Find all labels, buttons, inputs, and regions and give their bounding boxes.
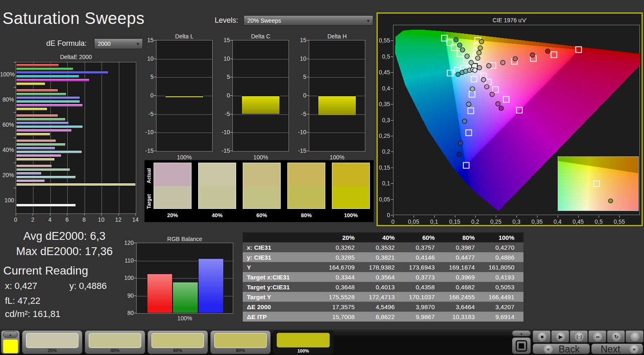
tick — [14, 87, 16, 88]
gridline — [156, 77, 212, 78]
gridline — [309, 133, 365, 133]
deltae-bar-magenta — [16, 154, 62, 157]
target-row-label: Target — [146, 190, 152, 213]
loop-button[interactable]: ∞ — [588, 330, 606, 343]
table-cell: 0,4270 — [484, 242, 523, 252]
actual-half — [199, 163, 236, 186]
stop-button[interactable]: ■ — [533, 330, 551, 343]
play-button[interactable]: ▶ — [551, 330, 569, 343]
cie-y-tick: 0,05 — [378, 196, 390, 203]
swatch-color — [214, 333, 267, 348]
tick — [537, 215, 537, 218]
tick — [101, 214, 102, 215]
cie-measured-green — [460, 47, 465, 52]
cie-measured-yellow — [477, 66, 482, 70]
de-formula-dropdown[interactable]: 2000 ▼ — [94, 38, 143, 49]
tick — [414, 215, 414, 218]
tick — [391, 72, 393, 73]
cie-measured-yellow — [476, 56, 480, 60]
table-cell: 0,4358 — [404, 282, 444, 292]
scroll-up-button[interactable]: ▲ — [3, 331, 18, 338]
reading-cdm2: cd/m²: 161,81 — [5, 309, 61, 320]
delta-y-tick: 0 — [296, 92, 306, 99]
delta-y-tick: 15 — [143, 37, 154, 43]
delta-x-label: 100% — [232, 154, 289, 161]
delta-y-tick: -15 — [143, 147, 154, 154]
page-title: Saturation Sweeps — [2, 9, 144, 28]
cie-measured-magenta — [499, 106, 504, 111]
cie-measured-white — [473, 68, 477, 73]
actual-target-patch — [198, 163, 236, 209]
tick — [619, 215, 620, 218]
levels-dropdown[interactable]: 20% Sweeps ▼ — [244, 15, 373, 26]
bottom-swatch-60%[interactable]: 60% — [147, 330, 208, 354]
table-cell: 0,3773 — [404, 272, 444, 282]
deltae-x-tick: 10 — [96, 216, 106, 223]
table-cell: 0,3821 — [364, 252, 404, 262]
pattern-window-icon — [516, 340, 527, 352]
table-row: Target y:CIE310,36480,40130,43580,46820,… — [243, 282, 523, 292]
deltae-bar-red — [16, 114, 58, 117]
deltae-x-tick: 0 — [11, 216, 21, 223]
pattern-scroll-up-button[interactable]: ▲ — [512, 330, 531, 336]
delta-chart-title: Delta H — [309, 33, 365, 40]
tick — [118, 214, 119, 215]
actual-target-patch — [154, 163, 192, 209]
tick — [33, 214, 33, 215]
tick — [307, 40, 309, 40]
deltae-bar-green — [16, 143, 66, 146]
delta-y-tick: 15 — [296, 37, 306, 43]
table-cell: 0,3532 — [364, 242, 404, 252]
tick — [154, 59, 156, 59]
tick — [134, 278, 136, 278]
next-button[interactable]: Next » — [591, 343, 643, 354]
table-cell: 0,3987 — [444, 242, 484, 252]
reading-fl: fL: 47,22 — [5, 296, 40, 306]
table-row: Target Y175,5528172,4713170,1037168,2455… — [243, 292, 523, 302]
cie-x-tick: 0,15 — [447, 218, 463, 225]
bottom-swatch-80%[interactable]: 80% — [210, 330, 271, 354]
table-cell: 168,2455 — [444, 292, 484, 302]
cie-target-red — [551, 52, 557, 58]
tick — [154, 77, 156, 77]
cie-x-tick: 0,05 — [405, 218, 422, 225]
delta-y-tick: -10 — [296, 129, 306, 135]
cie-inset-zoom — [558, 156, 639, 211]
table-cell: 166,4491 — [484, 292, 523, 302]
back-label: Back — [559, 344, 580, 355]
table-cell: 0,5053 — [484, 282, 523, 292]
deltae-bar-blue — [16, 147, 55, 150]
deltae-bar-blue — [16, 121, 69, 125]
tick — [434, 215, 435, 218]
deltae-chart — [16, 62, 136, 214]
deltae-chart-title: DeltaE 2000 — [16, 54, 136, 60]
refresh-button[interactable]: ↻ — [607, 330, 625, 343]
table-row: Target x:CIE310,33440,35640,37730,39690,… — [243, 272, 523, 282]
bottom-swatch-100%[interactable]: 100% — [273, 330, 334, 354]
tick — [391, 40, 393, 41]
table-cell: 0,3757 — [404, 242, 444, 252]
back-button[interactable]: « Back — [533, 343, 590, 354]
extra-button[interactable] — [625, 330, 644, 343]
current-color-panel: ▲ — [1, 330, 20, 354]
cie-x-tick: 0 — [385, 218, 401, 225]
delta-y-tick: -10 — [219, 129, 230, 135]
meter-button[interactable]: [··] — [570, 330, 588, 343]
tick — [578, 215, 579, 218]
delta-y-tick: 5 — [143, 73, 154, 80]
pattern-window-button[interactable] — [512, 337, 531, 354]
tick — [391, 88, 393, 89]
cie-target-magenta — [516, 107, 522, 113]
tick — [391, 104, 393, 104]
cie-measured-blue — [470, 87, 475, 91]
delta-y-tick: -5 — [219, 111, 230, 117]
table-col-header: 20% — [324, 232, 364, 242]
bottom-swatch-40%[interactable]: 40% — [85, 330, 145, 354]
delta-y-tick: -15 — [296, 147, 306, 154]
table-row: y: CIE310,32850,38210,41460,44770,4886 — [243, 252, 523, 262]
bottom-swatch-20%[interactable]: 20% — [22, 330, 83, 354]
tick — [307, 151, 309, 151]
cie-measured-red — [501, 60, 505, 65]
cie-target-magenta — [492, 87, 498, 92]
cie-measured-yellow — [479, 40, 484, 44]
